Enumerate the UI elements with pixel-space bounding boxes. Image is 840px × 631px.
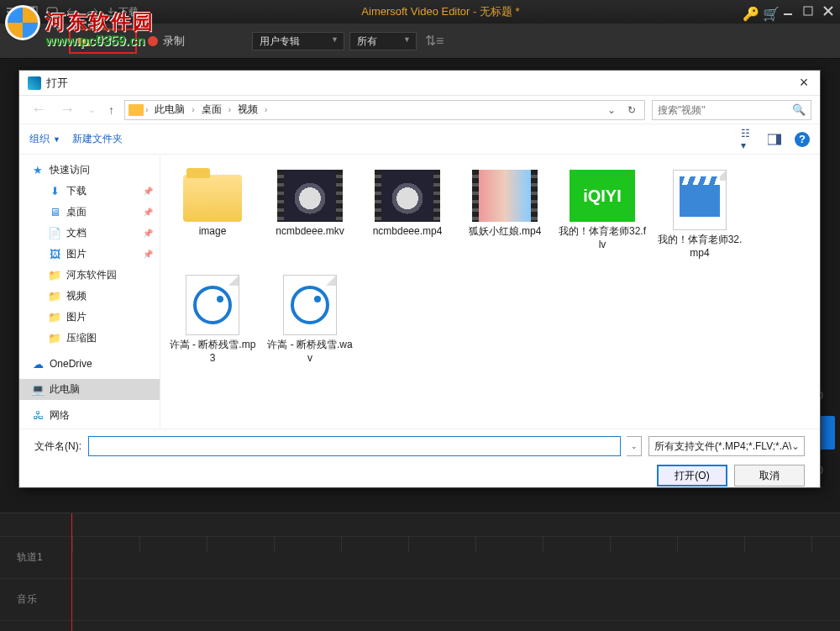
file-item[interactable]: 许嵩 - 断桥残雪.mp3 xyxy=(165,271,260,368)
sidebar-network-pc[interactable]: 💻DESKTOP-7ETO xyxy=(19,426,160,429)
filename-history-button[interactable]: ⌄ xyxy=(627,436,642,456)
document-icon: 📄 xyxy=(48,227,61,240)
svg-rect-2 xyxy=(47,8,57,14)
folder-icon: 📁 xyxy=(48,269,61,282)
search-box[interactable]: 🔍 xyxy=(652,100,811,120)
nav-recent-button[interactable]: ⌄ xyxy=(85,105,98,114)
track-audio[interactable]: 音乐 xyxy=(0,579,840,621)
nav-back-button[interactable]: ← xyxy=(28,101,50,118)
filetype-filter[interactable]: 所有支持文件(*.MP4;*.FLV;*.A\ xyxy=(648,436,805,456)
app-titlebar: 下载 Aimersoft Video Editor - 无标题 * 🔑 🛒 xyxy=(0,0,840,24)
desktop-icon: 🖥 xyxy=(48,206,61,219)
crumb-thispc[interactable]: 此电脑 xyxy=(150,101,190,119)
dialog-icon xyxy=(28,76,41,90)
organize-button[interactable]: 组织 ▼ xyxy=(29,132,60,146)
sidebar-pictures[interactable]: 🖼图片 xyxy=(19,244,160,265)
timeline-ruler xyxy=(72,535,840,552)
minimize-button[interactable] xyxy=(783,6,795,18)
view-options-button[interactable]: ☷ ▾ xyxy=(741,133,754,146)
crumb-desktop[interactable]: 桌面 xyxy=(197,101,227,119)
sidebar-folder-1[interactable]: 📁河东软件园 xyxy=(19,265,160,286)
video-thumb-icon xyxy=(277,170,343,222)
dialog-titlebar: 打开 × xyxy=(19,71,820,96)
file-item[interactable]: iQIYI 我的！体育老师32.flv xyxy=(555,166,649,263)
address-bar[interactable]: › 此电脑 › 桌面 › 视频 › ⌄ ↻ xyxy=(124,100,645,120)
file-item[interactable]: ncmbdeee.mkv xyxy=(263,166,357,263)
album-select[interactable]: 用户专辑 xyxy=(252,32,344,50)
folder-icon xyxy=(129,104,144,116)
open-button[interactable]: 打开(O) xyxy=(657,465,727,486)
iqiyi-icon: iQIYI xyxy=(570,170,635,222)
picture-icon: 🖼 xyxy=(48,248,61,261)
sidebar-folder-3[interactable]: 📁图片 xyxy=(19,307,160,328)
folder-icon: 📁 xyxy=(48,290,61,303)
dialog-title: 打开 xyxy=(46,76,68,91)
file-item[interactable]: 我的！体育老师32.mp4 xyxy=(653,166,747,263)
cancel-button[interactable]: 取消 xyxy=(734,465,805,486)
file-item[interactable]: image xyxy=(165,166,260,263)
chevron-down-icon: ▼ xyxy=(121,37,129,45)
save-icon[interactable] xyxy=(25,5,39,18)
sidebar-downloads[interactable]: ⬇下载 xyxy=(19,181,160,202)
sidebar-folder-4[interactable]: 📁压缩图 xyxy=(19,328,160,349)
sidebar-thispc[interactable]: 💻此电脑 xyxy=(19,379,160,400)
download-icon: ⬇ xyxy=(48,185,61,198)
record-button[interactable]: 录制 xyxy=(140,30,192,52)
new-folder-button[interactable]: 新建文件夹 xyxy=(72,132,123,146)
dialog-close-button[interactable]: × xyxy=(796,74,811,92)
refresh-button[interactable]: ↻ xyxy=(622,104,641,116)
maximize-button[interactable] xyxy=(803,6,815,18)
svg-rect-1 xyxy=(29,7,34,10)
audio-file-icon xyxy=(283,275,337,335)
sort-icon[interactable]: ⇅≡ xyxy=(422,33,447,49)
key-icon[interactable]: 🔑 xyxy=(743,6,754,18)
playhead[interactable] xyxy=(71,513,72,631)
file-item[interactable]: ncmbdeee.mp4 xyxy=(360,166,454,263)
sidebar-folder-2[interactable]: 📁视频 xyxy=(19,286,160,307)
dialog-toolbar: 组织 ▼ 新建文件夹 ☷ ▾ ? xyxy=(19,124,820,155)
app-toolbar: 导入 ▼ 录制 用户专辑 所有 ⇅≡ xyxy=(0,24,840,59)
sidebar-documents[interactable]: 📄文档 xyxy=(19,223,160,244)
preview-pane-button[interactable] xyxy=(768,133,781,146)
file-list: image ncmbdeee.mkv ncmbdeee.mp4 狐妖小红娘.mp… xyxy=(160,155,820,429)
crumb-video[interactable]: 视频 xyxy=(233,101,263,119)
folder-icon: 📁 xyxy=(48,311,61,324)
redo-icon[interactable] xyxy=(86,5,99,18)
dialog-sidebar: ★快速访问 ⬇下载 🖥桌面 📄文档 🖼图片 📁河东软件园 📁视频 📁图片 📁压缩… xyxy=(19,155,160,429)
dialog-navbar: ← → ⌄ ↑ › 此电脑 › 桌面 › 视频 › ⌄ ↻ 🔍 xyxy=(19,96,820,124)
open-file-dialog: 打开 × ← → ⌄ ↑ › 此电脑 › 桌面 › 视频 › ⌄ ↻ 🔍 组织 … xyxy=(18,70,821,488)
search-input[interactable] xyxy=(658,104,792,116)
cloud-icon: ☁ xyxy=(31,357,45,371)
filter-select[interactable]: 所有 xyxy=(349,32,417,50)
file-item[interactable]: 狐妖小红娘.mp4 xyxy=(458,166,552,263)
address-dropdown[interactable]: ⌄ xyxy=(602,104,621,116)
filename-label: 文件名(N): xyxy=(34,439,81,454)
menu-icon[interactable] xyxy=(5,5,18,18)
network-icon: 🖧 xyxy=(31,409,45,423)
import-label: 导入 xyxy=(95,34,117,49)
video-file-icon xyxy=(673,170,727,230)
star-icon: ★ xyxy=(31,164,45,177)
folder-icon: 📁 xyxy=(48,332,61,345)
chat-icon[interactable] xyxy=(45,5,59,18)
cart-icon[interactable]: 🛒 xyxy=(763,6,774,18)
record-label: 录制 xyxy=(163,34,185,49)
audio-file-icon xyxy=(186,275,239,335)
svg-point-4 xyxy=(148,36,158,46)
sidebar-onedrive[interactable]: ☁OneDrive xyxy=(19,354,160,374)
import-button[interactable]: 导入 ▼ xyxy=(71,30,135,52)
download-label: 下载 xyxy=(118,5,139,19)
sidebar-desktop[interactable]: 🖥桌面 xyxy=(19,202,160,223)
nav-up-button[interactable]: ↑ xyxy=(105,103,118,117)
sidebar-network[interactable]: 🖧网络 xyxy=(19,405,160,426)
nav-forward-button[interactable]: → xyxy=(56,101,78,118)
filename-input[interactable] xyxy=(88,436,621,456)
close-button[interactable] xyxy=(823,6,835,18)
sidebar-quick-access[interactable]: ★快速访问 xyxy=(19,160,160,181)
video-thumb-icon xyxy=(375,170,440,222)
undo-icon[interactable] xyxy=(66,5,79,18)
file-item[interactable]: 许嵩 - 断桥残雪.wav xyxy=(263,271,357,368)
help-button[interactable]: ? xyxy=(795,132,810,147)
svg-rect-6 xyxy=(776,134,781,145)
download-button[interactable]: 下载 xyxy=(106,5,139,19)
